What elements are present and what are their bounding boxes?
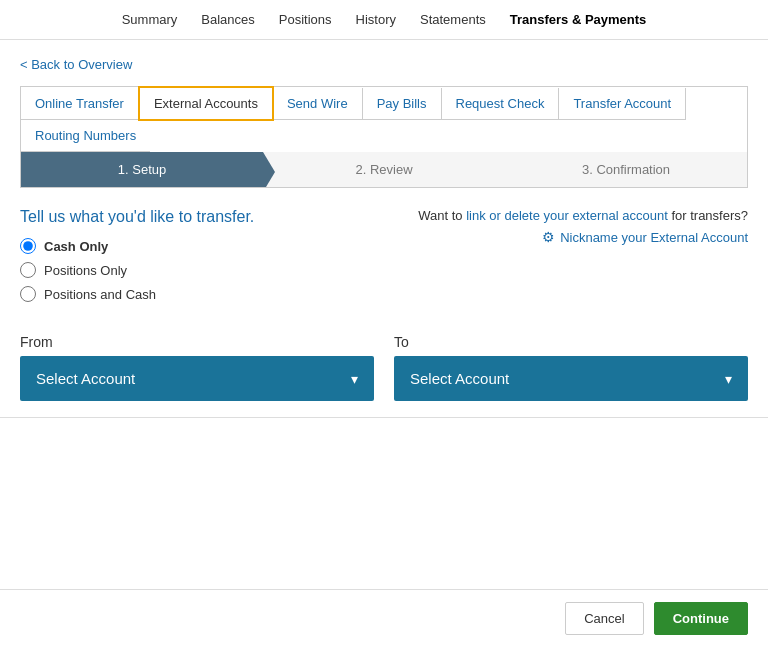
step-confirmation: 3. Confirmation (505, 152, 747, 187)
from-dropdown-arrow-icon: ▾ (351, 371, 358, 387)
link-delete-external-link[interactable]: link or delete your external account (466, 208, 668, 223)
nav-positions[interactable]: Positions (279, 12, 332, 27)
transfer-title: Tell us what you'd like to transfer. (20, 208, 418, 226)
top-navigation: Summary Balances Positions History State… (0, 0, 768, 40)
from-account-value: Select Account (36, 370, 135, 387)
tab-online-transfer[interactable]: Online Transfer (21, 88, 139, 120)
radio-positions-cash-label: Positions and Cash (44, 287, 156, 302)
transfer-right: Want to link or delete your external acc… (418, 208, 748, 245)
back-to-overview-link[interactable]: < Back to Overview (20, 57, 132, 72)
radio-positions-and-cash[interactable]: Positions and Cash (20, 286, 418, 302)
nav-summary[interactable]: Summary (122, 12, 178, 27)
nav-history[interactable]: History (356, 12, 396, 27)
tab-external-accounts[interactable]: External Accounts (138, 86, 274, 121)
radio-positions-only-input[interactable] (20, 262, 36, 278)
tab-bar: Online Transfer External Accounts Send W… (20, 86, 748, 152)
link-or-delete-text: Want to link or delete your external acc… (418, 208, 748, 223)
from-label: From (20, 334, 374, 350)
step-setup: 1. Setup (21, 152, 263, 187)
to-dropdown-arrow-icon: ▾ (725, 371, 732, 387)
radio-positions-only[interactable]: Positions Only (20, 262, 418, 278)
steps-bar: 1. Setup 2. Review 3. Confirmation (20, 152, 748, 188)
radio-cash-only-input[interactable] (20, 238, 36, 254)
tab-pay-bills[interactable]: Pay Bills (363, 88, 442, 120)
transfer-area: Tell us what you'd like to transfer. Cas… (20, 208, 748, 310)
radio-cash-only-label: Cash Only (44, 239, 108, 254)
tab-request-check[interactable]: Request Check (442, 88, 560, 120)
radio-positions-cash-input[interactable] (20, 286, 36, 302)
radio-positions-only-label: Positions Only (44, 263, 127, 278)
nav-statements[interactable]: Statements (420, 12, 486, 27)
to-account-value: Select Account (410, 370, 509, 387)
step-review: 2. Review (263, 152, 505, 187)
transfer-left: Tell us what you'd like to transfer. Cas… (20, 208, 418, 310)
to-section: To Select Account ▾ (394, 334, 748, 401)
from-to-area: From Select Account ▾ To Select Account … (20, 334, 748, 401)
main-content: < Back to Overview Online Transfer Exter… (0, 40, 768, 417)
continue-button[interactable]: Continue (654, 602, 748, 635)
footer-bar: Cancel Continue (0, 589, 768, 647)
nickname-external-account-link[interactable]: Nickname your External Account (560, 230, 748, 245)
to-label: To (394, 334, 748, 350)
nav-transfers-payments[interactable]: Transfers & Payments (510, 12, 647, 27)
nav-balances[interactable]: Balances (201, 12, 254, 27)
nickname-link-container[interactable]: ⚙ Nickname your External Account (418, 229, 748, 245)
from-account-dropdown[interactable]: Select Account ▾ (20, 356, 374, 401)
tab-transfer-account[interactable]: Transfer Account (559, 88, 686, 120)
tab-send-wire[interactable]: Send Wire (273, 88, 363, 120)
to-account-dropdown[interactable]: Select Account ▾ (394, 356, 748, 401)
cancel-button[interactable]: Cancel (565, 602, 643, 635)
tab-routing-numbers[interactable]: Routing Numbers (21, 120, 150, 152)
gear-icon: ⚙ (542, 229, 555, 245)
from-section: From Select Account ▾ (20, 334, 374, 401)
radio-cash-only[interactable]: Cash Only (20, 238, 418, 254)
